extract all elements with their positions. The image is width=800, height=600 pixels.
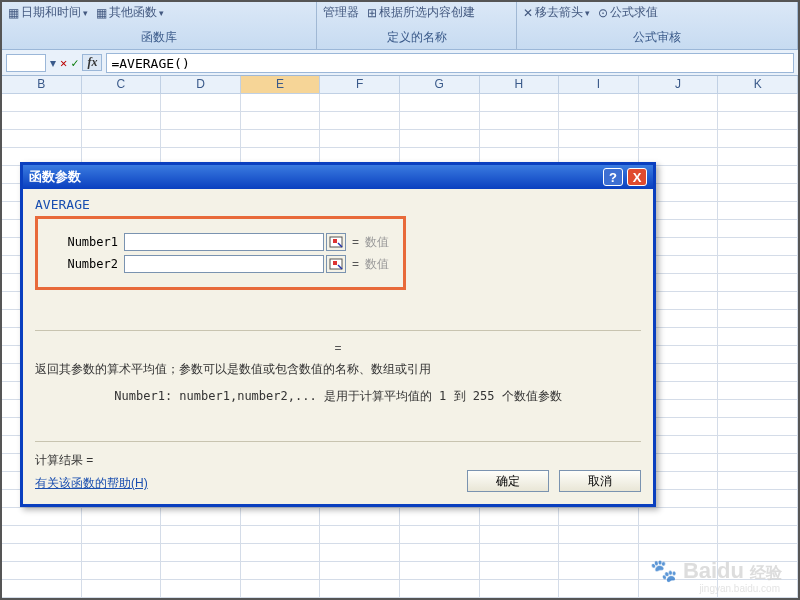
- function-arguments-dialog: 函数参数 ? X AVERAGE Number1 = 数值 Number2: [20, 162, 656, 507]
- watermark: 🐾 Baidu 经验 jingyan.baidu.com: [650, 558, 782, 584]
- col-header[interactable]: K: [718, 76, 798, 93]
- function-name-label: AVERAGE: [35, 197, 641, 212]
- svg-rect-1: [333, 239, 337, 243]
- dialog-titlebar[interactable]: 函数参数 ? X: [23, 165, 653, 189]
- range-select-icon[interactable]: [326, 233, 346, 251]
- formula-input[interactable]: =AVERAGE(): [106, 53, 794, 73]
- ribbon-item-datetime[interactable]: ▦ 日期和时间 ▾: [8, 4, 88, 21]
- function-help-link[interactable]: 有关该函数的帮助(H): [35, 476, 148, 490]
- ribbon-group-functions: ▦ 日期和时间 ▾ ▦ 其他函数 ▾ 函数库: [2, 2, 317, 50]
- col-header[interactable]: B: [2, 76, 82, 93]
- col-header[interactable]: F: [320, 76, 400, 93]
- cancel-button[interactable]: 取消: [559, 470, 641, 492]
- ribbon-item-create-from-sel[interactable]: ⊞ 根据所选内容创建: [367, 4, 475, 21]
- name-box[interactable]: [6, 54, 46, 72]
- ribbon-group-names: 管理器 ⊞ 根据所选内容创建 定义的名称: [317, 2, 517, 50]
- equals-label: =: [352, 235, 359, 249]
- col-header[interactable]: H: [480, 76, 560, 93]
- parameter-description: Number1: number1,number2,... 是用于计算平均值的 1…: [35, 388, 641, 405]
- dropdown-icon: ▾: [585, 8, 590, 18]
- arg-hint: 数值: [365, 256, 389, 273]
- ribbon-item-manager[interactable]: 管理器: [323, 4, 359, 21]
- svg-rect-3: [333, 261, 337, 265]
- ribbon-group-audit: ✕ 移去箭头 ▾ ⊙ 公式求值 公式审核: [517, 2, 798, 50]
- arg-label: Number2: [52, 257, 124, 271]
- function-description: 返回其参数的算术平均值；参数可以是数值或包含数值的名称、数组或引用: [35, 361, 641, 378]
- help-icon[interactable]: ?: [603, 168, 623, 186]
- ribbon-group-label: 公式审核: [523, 29, 791, 48]
- cancel-formula-icon[interactable]: ✕: [60, 56, 67, 70]
- ok-button[interactable]: 确定: [467, 470, 549, 492]
- watermark-brand: Baidu: [683, 558, 744, 584]
- dialog-title: 函数参数: [29, 168, 81, 186]
- col-header[interactable]: J: [639, 76, 719, 93]
- formula-bar: ▾ ✕ ✓ fx =AVERAGE(): [2, 50, 798, 76]
- arg-hint: 数值: [365, 234, 389, 251]
- col-header[interactable]: D: [161, 76, 241, 93]
- equals-label: =: [352, 257, 359, 271]
- insert-function-button[interactable]: fx: [82, 54, 102, 71]
- col-header[interactable]: G: [400, 76, 480, 93]
- watermark-sub: 经验: [750, 563, 782, 584]
- col-header[interactable]: C: [82, 76, 162, 93]
- separator: [35, 441, 641, 442]
- ribbon-item-remove-arrows[interactable]: ✕ 移去箭头 ▾: [523, 4, 590, 21]
- dropdown-icon: ▾: [83, 8, 88, 18]
- ribbon-item-other-fn[interactable]: ▦ 其他函数 ▾: [96, 4, 164, 21]
- range-select-icon[interactable]: [326, 255, 346, 273]
- ribbon-group-label: 定义的名称: [323, 29, 510, 48]
- ribbon: ▦ 日期和时间 ▾ ▦ 其他函数 ▾ 函数库 管理器 ⊞ 根据所选内容创建 定义…: [2, 2, 798, 50]
- confirm-formula-icon[interactable]: ✓: [71, 56, 78, 70]
- separator: [35, 330, 641, 331]
- col-header-selected[interactable]: E: [241, 76, 321, 93]
- arguments-highlight-box: Number1 = 数值 Number2 = 数值: [35, 216, 406, 290]
- arg-label: Number1: [52, 235, 124, 249]
- col-header[interactable]: I: [559, 76, 639, 93]
- result-label: 计算结果 =: [35, 452, 641, 469]
- paw-icon: 🐾: [650, 558, 677, 584]
- number1-input[interactable]: [124, 233, 324, 251]
- preview-equals: =: [35, 341, 641, 355]
- watermark-url: jingyan.baidu.com: [699, 583, 780, 594]
- name-box-dropdown-icon[interactable]: ▾: [50, 56, 56, 70]
- column-headers: B C D E F G H I J K: [2, 76, 798, 94]
- ribbon-item-evaluate[interactable]: ⊙ 公式求值: [598, 4, 658, 21]
- ribbon-group-label: 函数库: [8, 29, 310, 48]
- dropdown-icon: ▾: [159, 8, 164, 18]
- close-icon[interactable]: X: [627, 168, 647, 186]
- number2-input[interactable]: [124, 255, 324, 273]
